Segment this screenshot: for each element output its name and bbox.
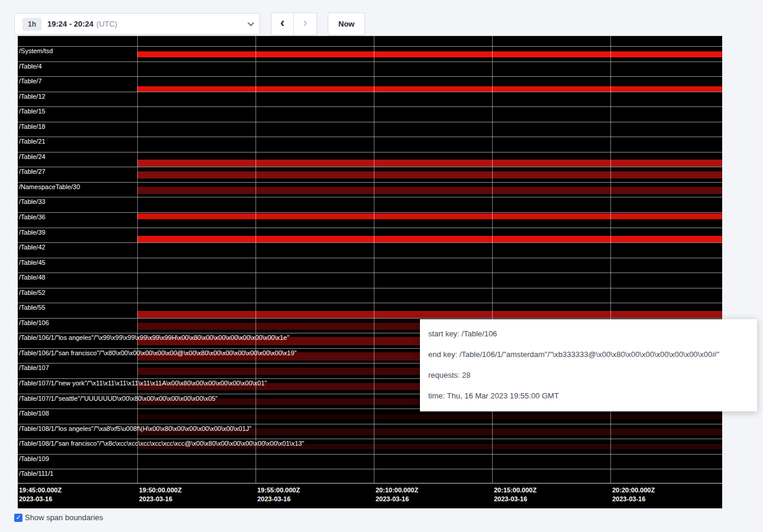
span-label: /Table/106 (19, 319, 49, 326)
chevron-right-icon: › (303, 17, 307, 30)
span-row[interactable]: /Table/55 (18, 303, 722, 318)
span-label: /Table/108/1/"los angeles"/"\xa8\xf5\u00… (19, 425, 251, 432)
span-row[interactable]: /Table/7 (18, 76, 722, 92)
range-duration-badge: 1h (22, 18, 41, 31)
span-row[interactable]: /Table/15 (18, 106, 722, 122)
span-row[interactable]: /Table/48 (18, 273, 722, 288)
key-visualizer-page: 1h 19:24 - 20:24 (UTC) ‹ › Now /System/t… (0, 0, 763, 532)
time-tick-label: 20:20:00.000Z2023-03-16 (612, 486, 655, 504)
time-axis: 19:45:00.000Z2023-03-1619:50:00.000Z2023… (18, 484, 722, 508)
span-label: /Table/111/1 (19, 470, 53, 477)
span-row[interactable]: /Table/108/1/"san francisco"/"\x8c\xcc\x… (18, 439, 722, 454)
span-row[interactable]: /Table/27 (18, 167, 722, 182)
heatmap-rows: /System/tsd/Table/4/Table/7/Table/12/Tab… (18, 46, 722, 484)
key-visualizer-canvas[interactable]: /System/tsd/Table/4/Table/7/Table/12/Tab… (18, 35, 722, 508)
span-label: /Table/107/1/"new york"/"\x11\x11\x11\x1… (19, 379, 267, 387)
heat-band[interactable] (137, 414, 722, 419)
heat-band[interactable] (137, 171, 722, 179)
time-gridline (374, 36, 374, 483)
time-range-selector[interactable]: 1h 19:24 - 20:24 (UTC) (14, 13, 260, 35)
time-tick-label: 20:15:00.000Z2023-03-16 (494, 486, 536, 504)
next-button[interactable]: › (294, 12, 317, 35)
tooltip-end-key: end key: /Table/106/1/"amsterdam"/"\xb33… (420, 344, 757, 365)
prev-button[interactable]: ‹ (271, 12, 294, 35)
span-row[interactable]: /System/tsd (18, 46, 722, 61)
span-row[interactable]: /Table/24 (18, 152, 722, 167)
span-label: /Table/15 (19, 108, 46, 115)
heat-band[interactable] (137, 187, 722, 194)
span-row[interactable]: /Table/21 (18, 137, 722, 152)
span-label: /Table/24 (19, 153, 46, 160)
span-label: /Table/27 (19, 168, 46, 175)
toolbar: 1h 19:24 - 20:24 (UTC) ‹ › Now (14, 12, 365, 35)
heat-band[interactable] (137, 311, 722, 318)
time-tick-label: 19:45:00.000Z2023-03-16 (19, 486, 62, 504)
span-row[interactable]: /NamespaceTable/30 (18, 182, 722, 197)
now-button[interactable]: Now (328, 12, 365, 35)
heat-band[interactable] (137, 86, 722, 92)
span-row[interactable]: /Table/33 (18, 197, 722, 212)
time-tick-label: 19:55:00.000Z2023-03-16 (257, 486, 300, 504)
span-label: /Table/42 (19, 244, 46, 251)
chevron-left-icon: ‹ (280, 17, 284, 30)
show-span-boundaries-checkbox[interactable]: ✓ (14, 514, 22, 522)
range-label: 19:24 - 20:24 (47, 20, 93, 28)
span-label: /System/tsd (19, 47, 53, 54)
heat-band[interactable] (137, 236, 722, 242)
span-label: /Table/52 (19, 289, 46, 296)
time-nav-group: ‹ › (271, 12, 317, 35)
heat-band[interactable] (137, 51, 722, 57)
span-row[interactable]: /Table/52 (18, 288, 722, 303)
heatmap-plot[interactable]: /System/tsd/Table/4/Table/7/Table/12/Tab… (18, 35, 722, 484)
footer: ✓ Show span boundaries (14, 513, 103, 522)
tooltip-start-key: start key: /Table/106 (420, 323, 757, 344)
time-tick-label: 19:50:00.000Z2023-03-16 (139, 486, 182, 504)
span-row[interactable]: /Table/108/1/"los angeles"/"\xa8\xf5\u00… (18, 424, 722, 439)
span-label: /Table/106/1/"los angeles"/"\x99\x99\x99… (19, 334, 289, 341)
span-label: /Table/33 (19, 198, 46, 205)
time-tick-label: 20:10:00.000Z2023-03-16 (376, 486, 418, 504)
span-label: /Table/108/1/"san francisco"/"\x8c\xcc\x… (19, 440, 304, 447)
heat-band[interactable] (137, 213, 722, 219)
show-span-boundaries-label: Show span boundaries (25, 513, 103, 522)
span-label: /Table/55 (19, 304, 46, 311)
span-tooltip: start key: /Table/106 end key: /Table/10… (420, 319, 757, 411)
span-row[interactable]: /Table/4 (18, 61, 722, 77)
span-label: /Table/109 (19, 455, 49, 462)
time-gridline (256, 36, 256, 483)
span-label: /Table/108 (19, 410, 49, 417)
chevron-down-icon (247, 20, 254, 26)
tooltip-time: time: Thu, 16 Mar 2023 19:55:00 GMT (420, 385, 757, 406)
span-row[interactable]: /Table/111/1 (18, 469, 722, 484)
span-label: /Table/21 (19, 138, 46, 145)
span-label: /Table/12 (19, 93, 46, 100)
span-label: /Table/36 (19, 213, 46, 220)
span-row[interactable]: /Table/39 (18, 228, 722, 243)
span-label: /Table/7 (19, 77, 42, 85)
span-label: /Table/107 (19, 364, 49, 371)
span-row[interactable]: /Table/36 (18, 212, 722, 228)
span-label: /Table/48 (19, 274, 46, 281)
span-label: /Table/4 (19, 63, 42, 70)
time-gridline (137, 36, 138, 483)
span-label: /Table/107/1/"seattle"/"UUUUUUD\x00\x80\… (19, 395, 218, 402)
span-label: /Table/39 (19, 229, 46, 236)
heat-band[interactable] (137, 160, 722, 167)
span-row[interactable]: /Table/45 (18, 258, 722, 273)
span-row[interactable]: /Table/18 (18, 122, 722, 137)
span-row[interactable]: /Table/109 (18, 454, 722, 469)
span-label: /NamespaceTable/30 (19, 183, 80, 190)
span-row[interactable]: /Table/12 (18, 92, 722, 107)
time-gridline (610, 36, 611, 483)
range-timezone: (UTC) (96, 20, 117, 28)
time-gridline (492, 36, 493, 483)
span-row[interactable]: /Table/42 (18, 242, 722, 258)
tooltip-requests: requests: 28 (420, 365, 757, 385)
span-label: /Table/18 (19, 123, 46, 130)
span-label: /Table/45 (19, 259, 46, 266)
